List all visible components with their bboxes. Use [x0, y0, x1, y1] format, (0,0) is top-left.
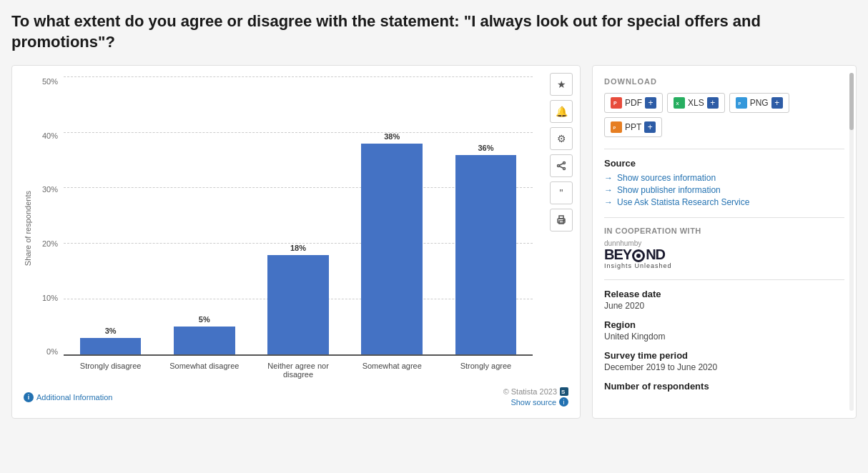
chart-toolbar: ★ 🔔 ⚙ ": [550, 73, 573, 231]
settings-button[interactable]: ⚙: [550, 127, 573, 150]
y-axis-label: Share of respondents: [24, 191, 32, 266]
svg-point-2: [558, 165, 560, 167]
bar-group-strongly-agree: 36%: [439, 77, 533, 354]
chart-footer: i Additional Information © Statista 2023…: [24, 387, 568, 407]
respondents-label: Number of respondents: [604, 381, 844, 392]
download-ppt-button[interactable]: P PPT +: [604, 117, 662, 137]
xls-plus: +: [707, 97, 719, 109]
x-label-somewhat-disagree: Somewhat disagree: [157, 362, 251, 379]
cite-button[interactable]: ": [550, 181, 573, 204]
source-title: Source: [604, 158, 844, 169]
xls-icon: X: [674, 97, 685, 109]
x-label-somewhat-agree: Somewhat agree: [345, 362, 439, 379]
bar-group-strongly-disagree: 3%: [64, 77, 157, 354]
show-sources-label: Show sources information: [617, 173, 716, 183]
bar-somewhat-agree[interactable]: [361, 144, 423, 354]
svg-text:P: P: [613, 101, 617, 106]
show-sources-info-link[interactable]: → Show sources information: [604, 173, 844, 183]
divider: [604, 149, 844, 149]
beyond-logo: BEYND: [604, 247, 844, 262]
divider-3: [604, 279, 844, 280]
svg-point-8: [563, 220, 565, 221]
share-button[interactable]: [550, 154, 573, 177]
print-button[interactable]: [550, 209, 573, 231]
y-tick: 40%: [38, 131, 58, 140]
bar-value-label: 5%: [199, 315, 210, 324]
x-label-neither: Neither agree nor disagree: [251, 362, 345, 379]
respondents-section: Number of respondents: [604, 381, 844, 392]
download-section: DOWNLOAD P PDF + X XLS +: [604, 77, 844, 137]
png-plus: +: [771, 97, 783, 109]
y-tick: 50%: [38, 77, 58, 86]
ppt-label: PPT: [625, 122, 641, 132]
pdf-icon: P: [611, 97, 622, 109]
region-value: United Kingdom: [604, 332, 844, 342]
bar-group-somewhat-agree: 38%: [345, 77, 439, 354]
source-section: Source → Show sources information → Show…: [604, 158, 844, 207]
chart-panel: ★ 🔔 ⚙ ": [11, 65, 581, 419]
download-buttons: P PDF + X XLS + P: [604, 93, 844, 137]
svg-point-0: [563, 162, 566, 164]
y-tick: 10%: [38, 294, 58, 302]
bar-value-label: 36%: [478, 144, 493, 152]
region-section: Region United Kingdom: [604, 319, 844, 342]
divider-2: [604, 217, 844, 218]
ask-statista-link[interactable]: → Use Ask Statista Research Service: [604, 197, 844, 207]
additional-info-button[interactable]: i Additional Information: [24, 392, 112, 402]
scrollbar-track[interactable]: [849, 73, 854, 411]
info-panel: DOWNLOAD P PDF + X XLS +: [592, 65, 857, 419]
ppt-icon: P: [611, 121, 622, 133]
show-source-label: Show source: [511, 398, 556, 407]
svg-text:P: P: [613, 126, 616, 130]
x-labels: Strongly disagree Somewhat disagree Neit…: [64, 362, 533, 379]
release-date-value: June 2020: [604, 301, 844, 311]
ask-statista-label: Use Ask Statista Research Service: [617, 197, 749, 207]
bar-value-label: 18%: [290, 244, 306, 252]
bar-group-somewhat-disagree: 5%: [157, 77, 251, 354]
download-png-button[interactable]: P PNG +: [729, 93, 789, 113]
pdf-plus: +: [645, 97, 656, 109]
show-source-button[interactable]: Show source i: [511, 397, 568, 407]
beyond-tagline: Insights Unleashed: [604, 262, 844, 269]
svg-rect-7: [559, 221, 563, 224]
arrow-icon: →: [604, 197, 613, 207]
bar-group-neither: 18%: [251, 77, 345, 354]
svg-text:P: P: [738, 101, 741, 106]
y-tick: 20%: [38, 239, 58, 248]
info-icon-source: i: [559, 397, 568, 407]
xls-label: XLS: [688, 98, 704, 108]
bars-container: 3% 5% 18%: [64, 77, 533, 356]
svg-text:X: X: [676, 101, 679, 106]
dunnhumby-label: dunnhumby: [604, 239, 844, 247]
question-title: To what extent do you agree or disagree …: [11, 11, 857, 52]
cooperation-title: IN COOPERATION WITH: [604, 226, 844, 235]
y-tick: 0%: [38, 347, 58, 356]
bar-somewhat-disagree[interactable]: [174, 327, 235, 354]
svg-line-4: [559, 166, 563, 168]
survey-period-value: December 2019 to June 2020: [604, 362, 844, 372]
png-icon: P: [736, 97, 747, 109]
bar-strongly-disagree[interactable]: [80, 338, 142, 354]
x-label-strongly-agree: Strongly agree: [439, 362, 533, 379]
download-title: DOWNLOAD: [604, 77, 844, 86]
y-axis: 0% 10% 20% 30% 40% 50%: [38, 77, 64, 356]
footer-right: © Statista 2023 S Show source i: [503, 387, 568, 407]
release-date-label: Release date: [604, 289, 844, 299]
y-tick: 30%: [38, 185, 58, 194]
alert-button[interactable]: 🔔: [550, 100, 573, 123]
bar-value-label: 3%: [105, 327, 117, 335]
download-xls-button[interactable]: X XLS +: [667, 93, 725, 113]
bar-value-label: 38%: [384, 132, 400, 141]
chart-main: 3% 5% 18%: [64, 77, 533, 379]
arrow-icon: →: [604, 185, 613, 195]
scrollbar-thumb[interactable]: [849, 73, 854, 130]
favorite-button[interactable]: ★: [550, 73, 573, 96]
bar-strongly-agree[interactable]: [455, 155, 517, 354]
bar-neither[interactable]: [267, 255, 329, 355]
svg-text:S: S: [561, 389, 566, 395]
survey-period-section: Survey time period December 2019 to June…: [604, 350, 844, 372]
arrow-icon: →: [604, 173, 613, 183]
show-publisher-info-link[interactable]: → Show publisher information: [604, 185, 844, 195]
download-pdf-button[interactable]: P PDF +: [604, 93, 663, 113]
svg-line-3: [559, 164, 563, 165]
